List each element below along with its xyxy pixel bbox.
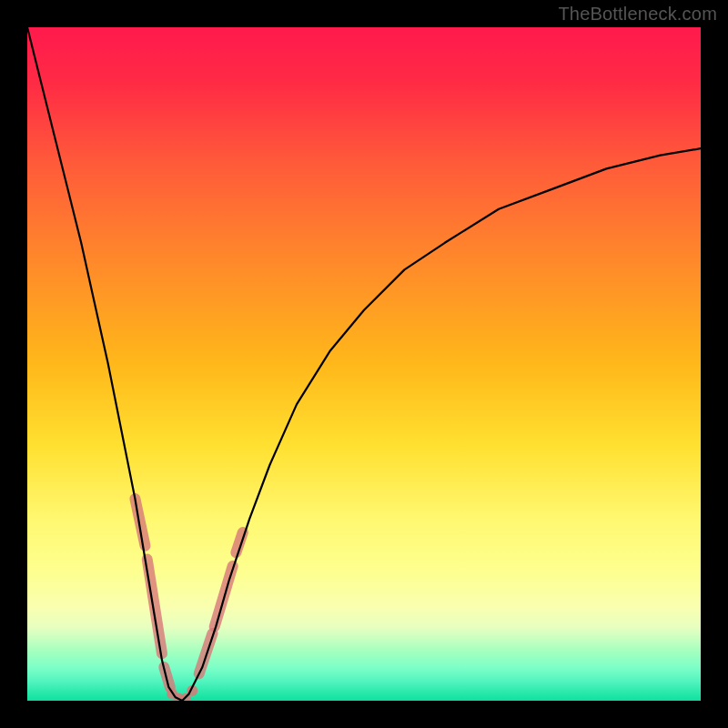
plot-area: [27, 27, 701, 701]
watermark-text: TheBottleneck.com: [558, 4, 717, 25]
emphasis-segment: [147, 560, 162, 654]
chart-frame: TheBottleneck.com: [0, 0, 728, 728]
curves-layer: [27, 27, 701, 701]
right-branch-curve: [182, 148, 701, 701]
